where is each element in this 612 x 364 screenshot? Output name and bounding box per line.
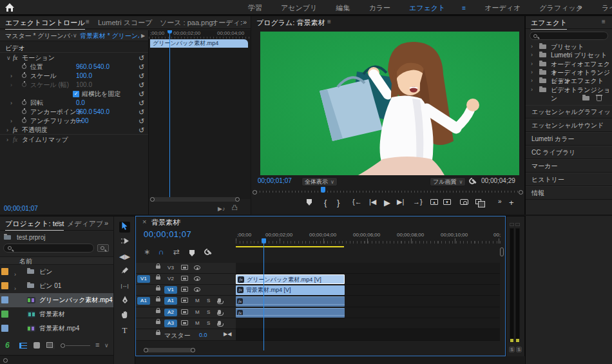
delete-trash-icon[interactable]	[597, 96, 602, 101]
project-item-clip-selected[interactable]: グリーンバック素材.mp4	[0, 293, 113, 307]
panel-tab-cc-libraries[interactable]: CC ライブラリ	[526, 146, 612, 159]
reset-icon[interactable]: ↺	[139, 72, 144, 81]
lock-icon[interactable]	[156, 298, 160, 302]
workspace-tab-assembly[interactable]: アセンブリ	[281, 4, 317, 12]
chevron-down-icon[interactable]: ∨	[6, 53, 11, 62]
next-clip-icon[interactable]: ▶	[141, 30, 145, 41]
anchor-y-value[interactable]: 540.0	[93, 108, 110, 117]
work-area-bar[interactable]	[236, 246, 344, 247]
stopwatch-icon[interactable]	[22, 64, 26, 69]
sync-lock-icon[interactable]	[181, 265, 188, 270]
play-icon[interactable]: ▶	[384, 198, 390, 207]
lock-icon[interactable]	[156, 276, 160, 280]
program-video-frame[interactable]	[260, 32, 519, 175]
panel-menu-icon[interactable]: ≡	[57, 219, 61, 226]
zoom-slider-track[interactable]	[66, 345, 90, 346]
reset-icon[interactable]: ↺	[139, 99, 144, 108]
timeline-timecode[interactable]: 00;00;01;07	[144, 229, 191, 239]
track-content-v2[interactable]: fx グリーンバック素材.mp4 [V]	[236, 274, 500, 285]
project-column-header[interactable]: 名前	[0, 256, 113, 265]
scroll-handle[interactable]	[150, 197, 155, 202]
lock-icon[interactable]	[156, 310, 160, 313]
ec-horizontal-scrollbar[interactable]	[150, 197, 240, 202]
effects-search-input[interactable]	[530, 32, 608, 40]
export-icon[interactable]: 凸	[232, 204, 238, 212]
tab-program-monitor[interactable]: プログラム: 背景素材	[256, 18, 325, 29]
workspace-overflow-icon[interactable]: »	[578, 3, 582, 12]
timeline-clip-greenback-video[interactable]: fx グリーンバック素材.mp4 [V]	[236, 274, 345, 284]
project-item-bin[interactable]: › ピン	[0, 265, 113, 279]
folder-row-presets[interactable]: › プリセット	[526, 43, 612, 51]
folder-row-lumetri-presets[interactable]: › Lumetri プリセット	[526, 51, 612, 59]
playback-quality-select[interactable]: フル画質∨	[430, 177, 466, 186]
label-swatch[interactable]	[1, 282, 8, 289]
play-audio-preview-icon[interactable]: ▶♪	[218, 206, 225, 212]
add-marker-icon[interactable]	[307, 199, 312, 207]
track-content-a2[interactable]: fx	[236, 307, 500, 318]
lock-icon[interactable]	[156, 287, 160, 291]
track-target-v3[interactable]: V3	[164, 264, 177, 272]
workspace-tab-effects[interactable]: エフェクト	[409, 4, 445, 12]
sync-lock-icon[interactable]	[181, 298, 188, 303]
tab-effect-controls[interactable]: エフェクトコントロール	[5, 18, 85, 30]
anchor-x-value[interactable]: 960.0	[76, 108, 92, 117]
reset-icon[interactable]: ↺	[139, 62, 144, 72]
master-gain-value[interactable]: 0.0	[199, 332, 207, 338]
timeline-settings-wrench-icon[interactable]	[204, 249, 212, 256]
list-view-icon[interactable]	[19, 343, 27, 349]
label-swatch[interactable]	[1, 268, 8, 275]
timeline-horizontal-scrollbar[interactable]	[144, 348, 195, 352]
extract-icon[interactable]: ▼	[443, 199, 451, 205]
lock-icon[interactable]	[156, 332, 160, 335]
rotation-value[interactable]: 0.0	[76, 99, 85, 108]
hand-tool[interactable]	[119, 311, 130, 321]
scrubber-handle-right[interactable]	[519, 190, 523, 195]
stopwatch-icon[interactable]	[22, 119, 26, 123]
scrubber-handle-left[interactable]	[253, 190, 257, 195]
project-item-clip[interactable]: 背景素材.mp4	[0, 321, 113, 336]
solo-right-button[interactable]: S	[516, 347, 522, 352]
fx-icon[interactable]: fx	[13, 126, 17, 135]
panel-menu-icon[interactable]: ≡	[602, 18, 606, 25]
chevron-right-icon[interactable]: ›	[10, 117, 12, 126]
folder-row-video-transitions[interactable]: › ビデオトランジション	[526, 86, 612, 94]
chevron-right-icon[interactable]: ›	[6, 126, 8, 135]
track-target-v1[interactable]: V1	[164, 286, 177, 294]
voiceover-mic-icon[interactable]	[218, 321, 221, 325]
lock-icon[interactable]	[156, 265, 160, 269]
position-x-value[interactable]: 960.0	[76, 62, 92, 72]
panel-menu-icon[interactable]: ≡	[327, 18, 331, 25]
ripple-edit-tool[interactable]: ◀▶	[119, 251, 130, 262]
tab-lumetri-scopes[interactable]: Lumetri スコープ	[98, 18, 153, 28]
selection-tool[interactable]	[119, 222, 130, 233]
panel-tab-essential-graphics[interactable]: エッセンシャルグラフィックス	[526, 105, 612, 119]
motion-label[interactable]: モーション	[22, 53, 55, 62]
chevron-right-icon[interactable]: ›	[531, 51, 533, 59]
tab-audio-clip-mixer[interactable]: オーディオクリップミキサ	[211, 18, 242, 28]
tab-overflow-icon[interactable]: »	[243, 18, 247, 26]
project-search-input[interactable]	[3, 244, 94, 253]
tab-effects[interactable]: エフェクト	[531, 18, 567, 30]
project-file-row[interactable]: test.prproj	[0, 233, 113, 242]
project-item-bin[interactable]: › ピン 01	[0, 279, 113, 293]
ec-timecode[interactable]: 00;00;01;07	[4, 205, 38, 212]
sync-lock-icon[interactable]	[181, 320, 188, 325]
mute-button[interactable]: M	[195, 298, 200, 303]
chevron-down-icon[interactable]: ∨	[73, 30, 77, 41]
folder-row-video-effects[interactable]: › ビデオエフェクト	[526, 77, 612, 85]
tab-sequence[interactable]: 背景素材	[151, 218, 180, 229]
timeline-clip-audio-a2[interactable]: fx	[236, 308, 345, 318]
time-remap-label[interactable]: タイムリマップ	[22, 135, 68, 144]
track-content-v3[interactable]	[236, 263, 500, 274]
solo-button[interactable]: S	[207, 298, 210, 303]
chevron-right-icon[interactable]: ›	[6, 135, 8, 144]
reset-icon[interactable]: ↺	[139, 117, 144, 126]
home-icon[interactable]	[5, 3, 15, 13]
track-content-a3[interactable]	[236, 318, 500, 329]
transport-overflow-icon[interactable]: »	[498, 198, 502, 205]
step-forward-icon[interactable]: ▶|	[397, 198, 404, 206]
export-frame-camera-icon[interactable]	[460, 199, 468, 205]
zoom-slider-handle[interactable]	[61, 343, 65, 348]
workspace-tab-libraries[interactable]: ライブラリ	[602, 4, 612, 12]
tab-project[interactable]: プロジェクト: test	[5, 219, 64, 231]
